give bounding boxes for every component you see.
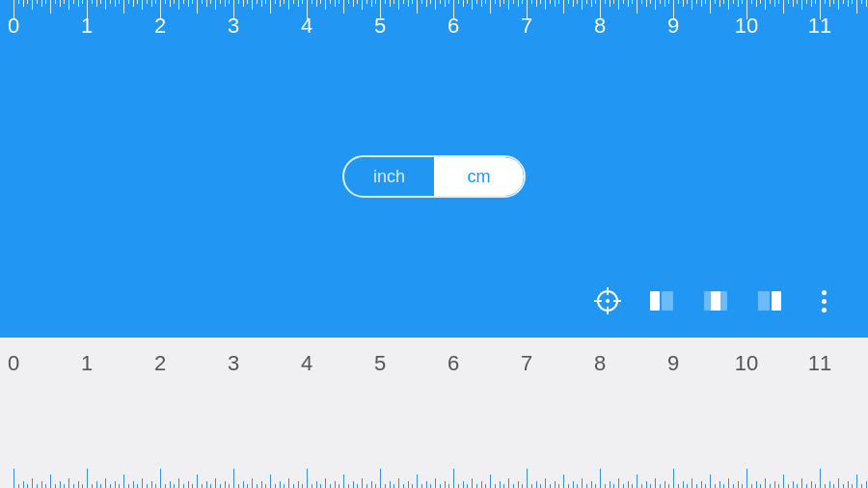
- svg-rect-10: [719, 291, 727, 311]
- bottom-number-3: 3: [228, 351, 239, 376]
- bottom-number-9: 9: [667, 351, 679, 376]
- inch-button[interactable]: inch: [344, 157, 434, 196]
- bottom-ticks-canvas: [0, 430, 868, 488]
- bottom-number-0: 0: [8, 351, 19, 376]
- half-left-button[interactable]: [646, 285, 677, 316]
- top-ruler-section: 01234567891011 inch cm: [0, 0, 868, 338]
- unit-toggle[interactable]: inch cm: [342, 155, 526, 198]
- bottom-number-8: 8: [594, 351, 606, 376]
- svg-point-5: [606, 299, 610, 303]
- svg-rect-11: [758, 291, 770, 311]
- bottom-number-2: 2: [154, 351, 166, 376]
- bottom-number-7: 7: [521, 351, 532, 376]
- svg-rect-6: [650, 291, 660, 311]
- crosshair-button[interactable]: [592, 285, 623, 316]
- more-button[interactable]: [808, 285, 839, 316]
- half-center-button[interactable]: [700, 285, 731, 316]
- bottom-number-5: 5: [374, 351, 386, 376]
- dot1: [822, 290, 827, 295]
- cm-button[interactable]: cm: [434, 157, 524, 196]
- bottom-number-6: 6: [448, 351, 459, 376]
- toolbar: [592, 285, 839, 316]
- bottom-number-1: 1: [81, 351, 93, 376]
- bottom-number-10: 10: [735, 351, 758, 376]
- bottom-number-11: 11: [808, 351, 831, 376]
- half-right-button[interactable]: [754, 285, 785, 316]
- dot2: [822, 299, 827, 304]
- top-ticks-canvas: [0, 0, 868, 42]
- bottom-ruler-section: 01234567891011: [0, 338, 868, 488]
- dot3: [822, 308, 827, 312]
- svg-rect-7: [662, 291, 673, 311]
- bottom-ruler-numbers: 01234567891011: [0, 351, 868, 380]
- bottom-number-4: 4: [301, 351, 312, 376]
- svg-rect-12: [772, 291, 781, 311]
